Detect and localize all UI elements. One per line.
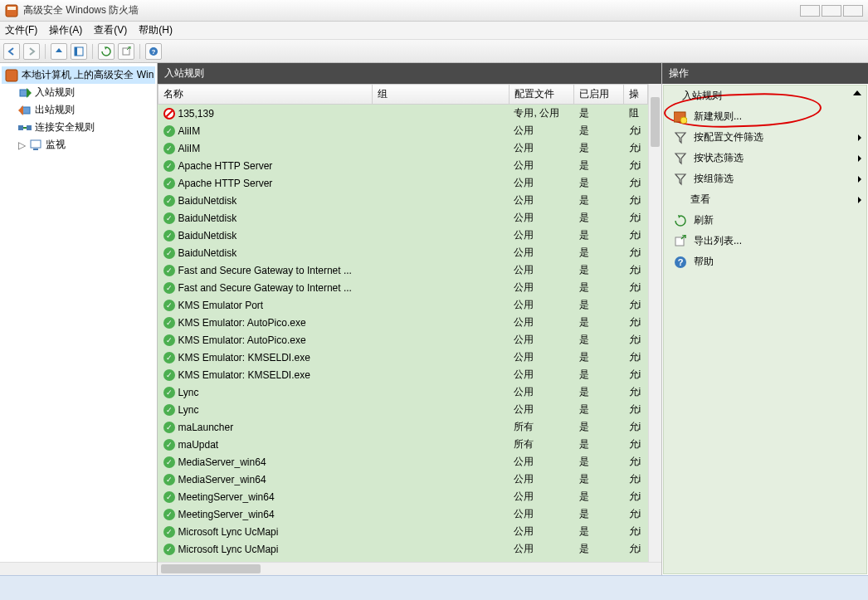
tree-root[interactable]: 本地计算机 上的高级安全 Win bbox=[2, 66, 155, 84]
table-row[interactable]: ✓maLauncher所有是允i bbox=[158, 418, 648, 436]
table-row[interactable]: ✓MediaServer_win64公用是允i bbox=[158, 471, 648, 488]
new-rule-icon bbox=[674, 110, 687, 124]
allow-icon: ✓ bbox=[163, 247, 175, 259]
expand-icon[interactable]: ▷ bbox=[18, 139, 26, 151]
table-row[interactable]: ✓Apache HTTP Server公用是允i bbox=[158, 174, 648, 192]
table-row[interactable]: ✓MediaServer_win64公用是允i bbox=[158, 453, 648, 471]
cell-enabled: 是 bbox=[574, 453, 624, 471]
submenu-icon bbox=[858, 134, 861, 141]
allow-icon: ✓ bbox=[163, 474, 175, 485]
app-icon bbox=[5, 4, 18, 17]
table-row[interactable]: ✓BaiduNetdisk公用是允i bbox=[158, 209, 648, 227]
collapse-icon bbox=[853, 90, 861, 95]
action-filter-profile[interactable]: 按配置文件筛选 bbox=[664, 127, 866, 148]
rules-scrollbar-x[interactable] bbox=[158, 562, 661, 575]
cell-profile: 公用 bbox=[509, 471, 573, 488]
action-help[interactable]: ? 帮助 bbox=[664, 251, 866, 272]
action-filter-state[interactable]: 按状态筛选 bbox=[664, 148, 866, 168]
table-row[interactable]: ✓Lync公用是允i bbox=[158, 401, 648, 418]
menu-help[interactable]: 帮助(H) bbox=[139, 23, 173, 37]
action-filter-group[interactable]: 按组筛选 bbox=[664, 168, 866, 189]
action-new-rule[interactable]: 新建规则... bbox=[664, 106, 866, 127]
back-button[interactable] bbox=[3, 43, 20, 60]
table-row[interactable]: ✓KMS Emulator: KMSELDI.exe公用是允i bbox=[158, 349, 648, 366]
table-row[interactable]: ✓Lync公用是允i bbox=[158, 383, 648, 401]
cell-enabled: 是 bbox=[574, 192, 624, 209]
refresh-button[interactable] bbox=[98, 43, 115, 60]
table-row[interactable]: 135,139专用, 公用是阻 bbox=[158, 105, 648, 123]
cell-profile: 公用 bbox=[509, 174, 573, 192]
cell-profile: 公用 bbox=[509, 314, 573, 331]
cell-group bbox=[372, 505, 509, 523]
table-row[interactable]: ✓AliIM公用是允i bbox=[158, 139, 648, 157]
cell-enabled: 是 bbox=[574, 366, 624, 383]
help-button[interactable]: ? bbox=[145, 43, 162, 60]
tree-monitor[interactable]: ▷ 监视 bbox=[2, 136, 155, 154]
filter-icon bbox=[674, 131, 687, 144]
col-action[interactable]: 操 bbox=[624, 85, 648, 105]
table-row[interactable]: ✓maUpdat所有是允i bbox=[158, 436, 648, 453]
table-row[interactable]: ✓KMS Emulator: AutoPico.exe公用是允i bbox=[158, 331, 648, 349]
cell-profile: 公用 bbox=[509, 488, 573, 505]
col-name[interactable]: 名称 bbox=[158, 85, 373, 105]
actions-header: 操作 bbox=[662, 63, 868, 84]
action-export[interactable]: 导出列表... bbox=[664, 231, 866, 251]
menu-action[interactable]: 操作(A) bbox=[49, 23, 82, 37]
menu-file[interactable]: 文件(F) bbox=[5, 23, 37, 37]
cell-action: 允i bbox=[624, 279, 648, 296]
up-button[interactable] bbox=[51, 43, 67, 60]
action-refresh[interactable]: 刷新 bbox=[664, 210, 866, 231]
allow-icon: ✓ bbox=[163, 526, 175, 538]
table-row[interactable]: ✓BaiduNetdisk公用是允i bbox=[158, 227, 648, 244]
table-row[interactable]: ✓Microsoft Lync UcMapi公用是允i bbox=[158, 540, 648, 558]
tree-inbound[interactable]: 入站规则 bbox=[2, 84, 155, 101]
cell-group bbox=[372, 261, 509, 279]
rule-name: MeetingServer_win64 bbox=[178, 509, 275, 520]
table-row[interactable]: ✓AliIM公用是允i bbox=[158, 122, 648, 139]
svg-text:?: ? bbox=[678, 257, 684, 267]
cell-enabled: 是 bbox=[574, 349, 624, 366]
table-row[interactable]: ✓Apache HTTP Server公用是允i bbox=[158, 157, 648, 174]
table-row[interactable]: ✓BaiduNetdisk公用是允i bbox=[158, 244, 648, 261]
table-row[interactable]: ✓KMS Emulator Port公用是允i bbox=[158, 296, 648, 314]
table-row[interactable]: ✓Fast and Secure Gateway to Internet ...… bbox=[158, 261, 648, 279]
cell-group bbox=[372, 453, 509, 471]
cell-action: 允i bbox=[624, 523, 648, 540]
table-row[interactable]: ✓KMS Emulator: KMSELDI.exe公用是允i bbox=[158, 366, 648, 383]
menu-view[interactable]: 查看(V) bbox=[94, 23, 127, 37]
export-button[interactable] bbox=[118, 43, 134, 60]
maximize-button[interactable] bbox=[822, 5, 841, 17]
col-group[interactable]: 组 bbox=[372, 85, 509, 105]
table-row[interactable]: ✓BaiduNetdisk公用是允i bbox=[158, 192, 648, 209]
table-row[interactable]: ✓MeetingServer_win64公用是允i bbox=[158, 488, 648, 505]
show-hide-tree-button[interactable] bbox=[71, 43, 87, 60]
tree-outbound[interactable]: 出站规则 bbox=[2, 101, 155, 119]
cell-group bbox=[372, 244, 509, 261]
table-row[interactable]: ✓MeetingServer_win64公用是允i bbox=[158, 505, 648, 523]
allow-icon: ✓ bbox=[163, 317, 175, 329]
action-view[interactable]: 查看 bbox=[664, 189, 866, 210]
rule-name: Apache HTTP Server bbox=[178, 160, 273, 172]
allow-icon: ✓ bbox=[163, 334, 175, 346]
table-row[interactable]: ✓KMS Emulator: AutoPico.exe公用是允i bbox=[158, 314, 648, 331]
cell-profile: 公用 bbox=[509, 366, 573, 383]
cell-enabled: 是 bbox=[574, 157, 624, 174]
rules-scrollbar-y[interactable] bbox=[648, 84, 661, 562]
submenu-icon bbox=[858, 155, 861, 162]
svg-rect-7 bbox=[6, 70, 17, 81]
tree-connsec[interactable]: 连接安全规则 bbox=[2, 119, 155, 136]
cell-group bbox=[372, 192, 509, 209]
allow-icon: ✓ bbox=[163, 212, 175, 224]
forward-button[interactable] bbox=[23, 43, 40, 60]
col-profile[interactable]: 配置文件 bbox=[509, 85, 573, 105]
cell-group bbox=[372, 349, 509, 366]
minimize-button[interactable] bbox=[800, 5, 820, 17]
tree-scrollbar-x[interactable] bbox=[0, 562, 157, 575]
table-row[interactable]: ✓Fast and Secure Gateway to Internet ...… bbox=[158, 279, 648, 296]
col-enabled[interactable]: 已启用 bbox=[574, 85, 624, 105]
cell-group bbox=[372, 366, 509, 383]
actions-group-title[interactable]: 入站规则 bbox=[664, 85, 866, 106]
cell-enabled: 是 bbox=[574, 471, 624, 488]
table-row[interactable]: ✓Microsoft Lync UcMapi公用是允i bbox=[158, 523, 648, 540]
close-button[interactable] bbox=[843, 5, 863, 17]
